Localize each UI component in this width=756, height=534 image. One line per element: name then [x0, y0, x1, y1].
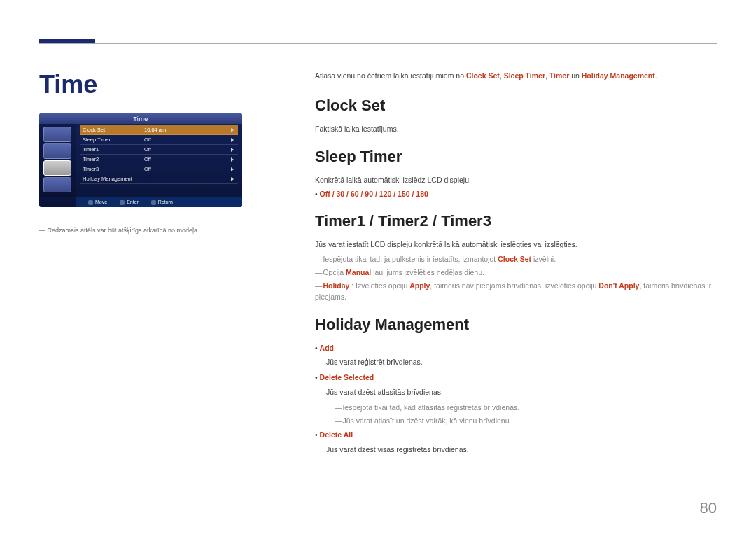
osd-cat-icon	[43, 143, 71, 159]
osd-footer-move: Move	[88, 199, 107, 205]
osd-row-value: 10:04 am	[144, 127, 231, 133]
osd-row: Timer2 Off	[80, 155, 238, 164]
del-sel-note2: Jūs varat atlasīt un dzēst vairāk, kā vi…	[335, 415, 717, 426]
osd-footer-enter: Enter	[120, 199, 139, 205]
holiday-delete-selected-notes: Iespējota tikai tad, kad atlasītas reģis…	[335, 402, 717, 427]
intro-segment: .	[655, 71, 657, 80]
osd-row-value: Off	[144, 166, 231, 172]
chevron-right-icon	[231, 148, 234, 152]
osd-body: Clock Set 10:04 am Sleep Timer Off Timer…	[39, 124, 242, 197]
osd-row-label: Timer3	[80, 166, 144, 172]
osd-footer-return: Return	[151, 199, 173, 205]
osd-menu-list: Clock Set 10:04 am Sleep Timer Off Timer…	[76, 124, 242, 197]
intro-em: Sleep Timer	[504, 71, 545, 80]
seg: Iespējota tikai tad, ja pulkstenis ir ie…	[323, 255, 498, 263]
section-clock-set: Clock Set	[315, 94, 717, 118]
osd-screenshot: Time Clock Set 10:04 am Sleep Timer Off	[39, 113, 242, 207]
section-timers: Timer1 / Timer2 / Timer3	[315, 209, 717, 233]
del-sel-note1: Iespējota tikai tad, kad atlasītas reģis…	[335, 402, 717, 413]
osd-row-label: Timer2	[80, 156, 144, 162]
timers-note-holiday: Holiday : Izvēloties opciju Apply, taime…	[315, 280, 717, 303]
chevron-right-icon	[231, 177, 234, 181]
osd-row-value: Off	[144, 136, 231, 143]
osd-row: Holiday Management	[80, 174, 238, 184]
dash-prefix: ―	[39, 227, 48, 234]
intro-segment: Atlasa vienu no četriem laika iestatījum…	[315, 71, 466, 80]
osd-title: Time	[39, 113, 242, 124]
page-number: 80	[700, 499, 717, 517]
seg-em: Holiday	[323, 281, 349, 290]
label-em: Delete All	[320, 430, 353, 439]
holiday-delete-all-desc: Jūs varat dzēst visas reģistrētās brīvdi…	[326, 444, 717, 455]
osd-footer: Move Enter Return	[76, 197, 242, 207]
seg: , taimeris nav pieejams brīvdienās; izvē…	[430, 281, 598, 290]
intro-segment: un	[569, 71, 582, 80]
chevron-right-icon	[231, 157, 234, 162]
seg-em: Clock Set	[498, 255, 531, 263]
timers-note-clockset: Iespējota tikai tad, ja pulkstenis ir ie…	[315, 253, 717, 265]
seg: : Izvēloties opciju	[349, 281, 410, 290]
holiday-add: Add	[315, 342, 717, 353]
osd-row-label: Holiday Management	[80, 176, 144, 182]
holiday-delete-selected: Delete Selected	[315, 372, 717, 383]
chevron-right-icon	[231, 138, 234, 142]
timers-note-manual: Opcija Manual ļauj jums izvēlēties nedēļ…	[315, 267, 717, 278]
osd-cat-icon	[43, 127, 71, 142]
osd-row: Sleep Timer Off	[80, 135, 238, 145]
sleep-timer-desc: Konkrētā laikā automātiski izslēdz LCD d…	[315, 174, 717, 185]
osd-row: Timer3 Off	[80, 164, 238, 174]
seg-em: Manual	[346, 268, 371, 276]
seg: ļauj jums izvēlēties nedēļas dienu.	[371, 268, 484, 276]
label-em: Add	[320, 344, 334, 352]
intro-text: Atlasa vienu no četriem laika iestatījum…	[315, 70, 717, 81]
osd-row: Timer1 Off	[80, 145, 238, 155]
seg: izvēlni.	[531, 255, 556, 263]
sleep-timer-values: Off / 30 / 60 / 90 / 120 / 150 / 180	[315, 188, 717, 199]
intro-em: Timer	[550, 71, 569, 80]
intro-em: Clock Set	[466, 71, 500, 80]
holiday-add-desc: Jūs varat reģistrēt brīvdienas.	[326, 356, 717, 367]
osd-row-label: Timer1	[80, 146, 144, 153]
seg: Opcija	[323, 268, 346, 276]
values-em: Off / 30 / 60 / 90 / 120 / 150 / 180	[320, 190, 428, 198]
osd-cat-icon	[43, 177, 71, 192]
osd-row-value: Off	[144, 156, 231, 162]
left-divider	[39, 220, 242, 220]
seg-em: Don't Apply	[598, 281, 639, 290]
right-column: Atlasa vienu no četriem laika iestatījum…	[315, 70, 717, 459]
holiday-delete-all: Delete All	[315, 429, 717, 440]
left-column: Time Time Clock Set 10:04 am Sleep Timer…	[39, 70, 242, 235]
section-sleep-timer: Sleep Timer	[315, 145, 717, 169]
page-title: Time	[39, 70, 242, 99]
holiday-delete-selected-desc: Jūs varat dzēst atlasītās brīvdienas.	[326, 386, 717, 398]
osd-row-value: Off	[144, 146, 231, 153]
header-rule	[39, 43, 717, 44]
chevron-right-icon	[231, 167, 234, 171]
intro-em: Holiday Management	[582, 71, 655, 80]
osd-row-label: Sleep Timer	[80, 136, 144, 143]
seg-em: Apply	[410, 281, 430, 290]
osd-row-label: Clock Set	[80, 127, 144, 133]
osd-row: Clock Set 10:04 am	[80, 125, 238, 135]
model-disclaimer: ― Redzamais attēls var būt atšķirīgs atk…	[39, 226, 242, 235]
osd-cat-icon-selected	[43, 160, 71, 176]
disclaimer-text: Redzamais attēls var būt atšķirīgs atkar…	[48, 227, 200, 234]
label-em: Delete Selected	[320, 373, 374, 381]
clock-set-desc: Faktiskā laika iestatījums.	[315, 123, 717, 134]
chevron-right-icon	[231, 128, 234, 132]
section-holiday: Holiday Management	[315, 313, 717, 337]
osd-category-icons	[39, 124, 76, 197]
timers-desc: Jūs varat iestatīt LCD displeju konkrētā…	[315, 239, 717, 250]
